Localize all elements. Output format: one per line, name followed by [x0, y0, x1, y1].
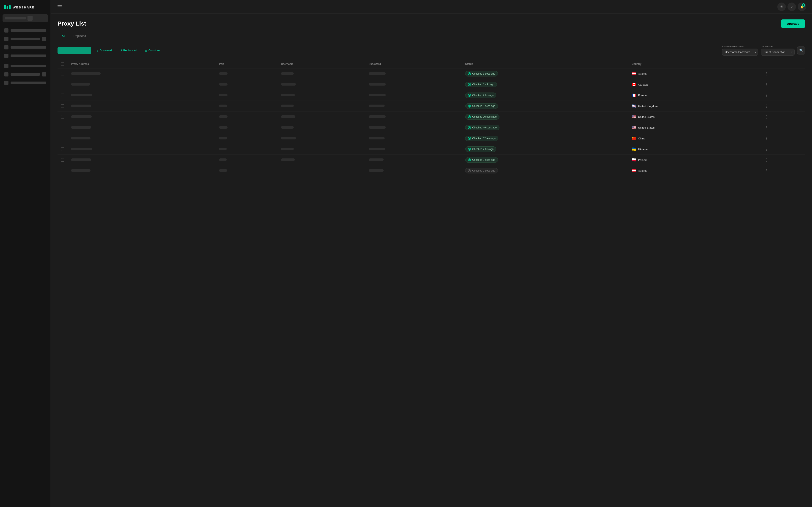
more-menu-button-5[interactable] [765, 125, 769, 130]
status-cell-7: Checked 2 hrs ago [462, 144, 628, 155]
more-dot-1-6 [766, 137, 767, 137]
username-cell-7 [277, 144, 365, 155]
country-cell-8: 🇵🇱 Poland [628, 155, 761, 165]
notification-button[interactable]: 🔔 1 [798, 3, 806, 11]
more-menu-button-1[interactable] [765, 82, 769, 87]
port-cell-1 [216, 79, 277, 90]
password-cell-4 [365, 112, 462, 122]
row-checkbox-5[interactable] [61, 126, 64, 129]
port-skeleton-5 [219, 126, 227, 129]
proxy-address-skeleton-9 [71, 169, 91, 172]
status-cell-6: Checked 12 min ago [462, 133, 628, 144]
password-cell-1 [365, 79, 462, 90]
password-skeleton-5 [369, 126, 386, 129]
row-checkbox-7[interactable] [61, 148, 64, 151]
country-display-8: 🇵🇱 Poland [631, 158, 758, 162]
more-dot-2-3 [766, 106, 767, 107]
more-menu-button-7[interactable] [765, 147, 769, 152]
more-dot-1-5 [766, 126, 767, 127]
row-checkbox-6[interactable] [61, 137, 64, 140]
password-skeleton-2 [369, 94, 386, 96]
more-dot-3-7 [766, 150, 767, 151]
actions-cell-2 [761, 90, 805, 101]
sidebar-item-4[interactable] [0, 52, 51, 60]
more-dot-3-3 [766, 107, 767, 108]
more-dot-3-1 [766, 86, 767, 86]
username-skeleton-1 [281, 83, 296, 86]
more-menu-button-2[interactable] [765, 93, 769, 98]
sidebar-search-placeholder [5, 17, 26, 19]
more-menu-button-4[interactable] [765, 114, 769, 119]
upgrade-button[interactable]: Upgrade [781, 19, 805, 28]
proxy-table: Proxy Address Port Username Password Sta… [57, 60, 805, 176]
row-checkbox-8[interactable] [61, 158, 64, 162]
password-skeleton-1 [369, 83, 386, 86]
replace-all-button[interactable]: Replace All [117, 48, 139, 53]
auth-method-select[interactable]: Username/Password IP Whitelist [722, 49, 758, 56]
help-icon: ? [791, 5, 793, 8]
sidebar-item-2[interactable] [0, 35, 51, 43]
more-menu-button-9[interactable] [765, 168, 769, 173]
row-checkbox-9[interactable] [61, 169, 64, 172]
row-checkbox-cell [57, 101, 68, 112]
port-cell-3 [216, 101, 277, 112]
tab-replaced[interactable]: Replaced [69, 32, 90, 40]
status-cell-1: Checked 1 min ago [462, 79, 628, 90]
status-check-icon-3 [468, 105, 471, 108]
password-cell-3 [365, 101, 462, 112]
password-cell-2 [365, 90, 462, 101]
sidebar-item-3[interactable] [0, 43, 51, 52]
download-button[interactable]: Download [95, 48, 114, 53]
more-menu-button-3[interactable] [765, 104, 769, 109]
more-dot-3-5 [766, 129, 767, 129]
hamburger-button[interactable] [57, 4, 63, 9]
search-button[interactable]: 🔍 [797, 47, 805, 55]
country-display-2: 🇫🇷 France [631, 93, 758, 98]
sidebar-item-7[interactable] [0, 78, 51, 87]
status-check-inner-3 [469, 105, 470, 107]
status-check-icon-8 [468, 158, 471, 161]
more-menu-button-8[interactable] [765, 158, 769, 162]
more-dot-2-6 [766, 138, 767, 139]
more-dot-3-8 [766, 161, 767, 162]
status-text-9: Checked 1 secs ago [472, 169, 495, 172]
country-name-5: United States [638, 126, 654, 129]
more-menu-button-0[interactable] [765, 71, 769, 76]
sidebar-item-6[interactable] [0, 70, 51, 78]
more-menu-button-6[interactable] [765, 136, 769, 141]
connection-select-wrapper: Direct Connection Upstream Proxy ▾ [761, 49, 795, 56]
country-display-1: 🇨🇦 Canada [631, 82, 758, 87]
row-checkbox-2[interactable] [61, 94, 64, 97]
theme-toggle-button[interactable]: ☀ [777, 3, 786, 11]
status-text-5: Checked 49 secs ago [472, 126, 497, 129]
hamburger-line-2 [57, 7, 62, 7]
more-dot-2-7 [766, 149, 767, 150]
sidebar-item-1[interactable] [0, 26, 51, 35]
country-cell-0: 🇦🇹 Austria [628, 68, 761, 79]
table-row: Checked 1 secs ago 🇬🇧 United Kingdom [57, 101, 805, 112]
hamburger-line-1 [57, 5, 62, 6]
status-cell-3: Checked 1 secs ago [462, 101, 628, 112]
sidebar-item-5[interactable] [0, 62, 51, 70]
row-checkbox-4[interactable] [61, 115, 64, 118]
sidebar-search-btn[interactable] [28, 16, 33, 21]
header-select-all[interactable] [57, 60, 68, 68]
row-checkbox-1[interactable] [61, 83, 64, 86]
port-skeleton-6 [219, 137, 227, 139]
help-button[interactable]: ? [788, 3, 796, 11]
row-checkbox-3[interactable] [61, 104, 64, 108]
more-dot-1-1 [766, 83, 767, 83]
row-checkbox-0[interactable] [61, 72, 64, 75]
username-cell-1 [277, 79, 365, 90]
countries-button[interactable]: Countries [143, 48, 162, 53]
sidebar-search-box[interactable] [3, 14, 48, 22]
status-check-inner-6 [469, 138, 470, 139]
tab-all[interactable]: All [57, 32, 69, 40]
more-dot-1-9 [766, 169, 767, 170]
connection-select[interactable]: Direct Connection Upstream Proxy [761, 49, 795, 56]
status-check-icon-9 [468, 169, 471, 172]
more-dot-3-9 [766, 172, 767, 172]
more-dot-2-8 [766, 160, 767, 160]
select-all-checkbox[interactable] [61, 62, 64, 66]
sidebar-label-3 [11, 46, 46, 49]
